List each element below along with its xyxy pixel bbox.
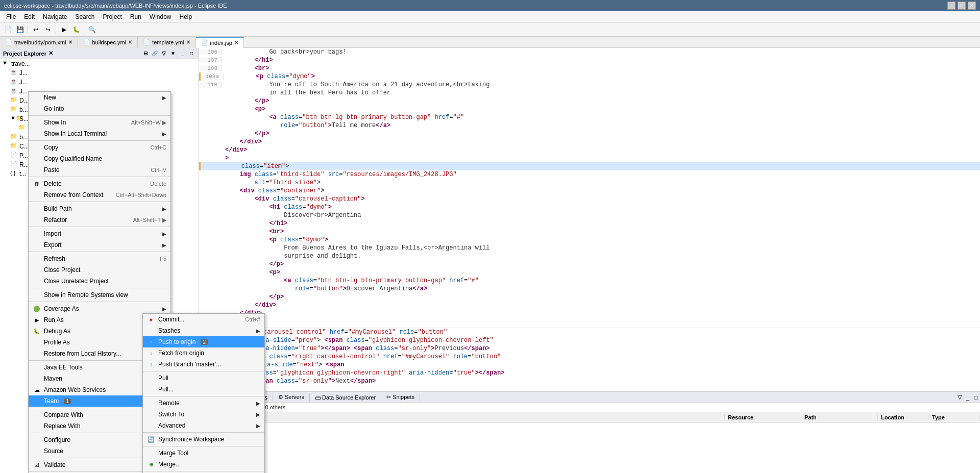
menu-navigate[interactable]: Navigate <box>39 12 71 21</box>
team-pull[interactable]: Pull <box>143 372 264 384</box>
tab-template[interactable]: 📄 template.yml ✕ <box>138 37 195 48</box>
tab-snippets[interactable]: ✂ Snippets <box>381 393 420 402</box>
java-icon-2: ☕ <box>10 78 18 86</box>
team-sync-workspace[interactable]: 🔄 Synchronize Workspace <box>143 434 264 445</box>
editor-tab-bar: 📄 travelbuddy/pom.xml ✕ 📄 buildspec.yml … <box>0 37 980 48</box>
tab-data-source[interactable]: 🗃 Data Source Explorer <box>310 393 381 402</box>
toolbar-undo[interactable]: ↩ <box>30 24 41 35</box>
team-stashes[interactable]: Stashes ▶ <box>143 325 264 336</box>
team-merge-tool[interactable]: Merge Tool <box>143 447 264 459</box>
menu-project[interactable]: Project <box>99 12 126 21</box>
toolbar-search[interactable]: 🔍 <box>86 24 97 35</box>
bottom-panel-filter[interactable]: ▽ <box>955 393 964 402</box>
code-line-gt: > <box>199 154 980 162</box>
ctx-show-local-terminal[interactable]: Show in Local Terminal ▶ <box>29 128 170 139</box>
tree-item-j1[interactable]: ☕ J... <box>0 68 199 78</box>
menu-edit[interactable]: Edit <box>20 12 39 21</box>
team-sync-icon: 🔄 <box>147 435 155 443</box>
ctx-sep-7 <box>29 288 170 288</box>
code-line-surprise: surprise and delight. <box>199 252 980 260</box>
ctx-source-label: Source <box>44 447 63 455</box>
menu-window[interactable]: Window <box>145 12 176 21</box>
ctx-coverage-as[interactable]: 🟢 Coverage As ▶ <box>29 303 170 314</box>
tab-index-jsp[interactable]: 📄 index.jsp ✕ <box>196 37 244 48</box>
link-editor-button[interactable]: 🔗 <box>151 49 159 58</box>
ctx-source-icon <box>33 447 41 455</box>
tree-item-j2[interactable]: ☕ J... <box>0 78 199 87</box>
col-location: Location <box>878 414 929 420</box>
ctx-show-in[interactable]: Show In Alt+Shift+W ▶ <box>29 117 170 128</box>
ctx-new-label: New <box>44 94 56 101</box>
toolbar-redo[interactable]: ↪ <box>42 24 54 35</box>
team-pull-dots[interactable]: Pull... <box>143 384 264 395</box>
code-line-p-open1: <p> <box>199 105 980 113</box>
collapse-all-button[interactable]: ⊟ <box>141 49 150 58</box>
menu-search[interactable]: Search <box>71 12 99 21</box>
menu-help[interactable]: Help <box>176 12 197 21</box>
code-line-carousel-caption: <div class="carousel-caption"> <box>199 195 980 203</box>
maximize-button[interactable]: □ <box>958 2 966 10</box>
tab-buildspec[interactable]: 📄 buildspec.yml ✕ <box>78 37 138 48</box>
ctx-build-path[interactable]: Build Path ▶ <box>29 203 170 214</box>
toolbar-new[interactable]: 📄 <box>2 24 13 35</box>
ctx-delete[interactable]: 🗑 Delete Delete <box>29 178 170 189</box>
team-remote[interactable]: Remote ▶ <box>143 397 264 409</box>
ctx-import[interactable]: Import ▶ <box>29 228 170 239</box>
toolbar-run[interactable]: ▶ <box>58 24 69 35</box>
ctx-new[interactable]: New ▶ <box>29 92 170 103</box>
code-line-p-close2: </p> <box>199 130 980 138</box>
bottom-panel-maximize[interactable]: □ <box>972 393 980 402</box>
minimize-panel-button[interactable]: _ <box>178 49 186 58</box>
ctx-go-into-label: Go Into <box>44 105 64 112</box>
ctx-refresh[interactable]: Refresh F5 <box>29 253 170 264</box>
file-p-icon: 📄 <box>10 152 18 160</box>
ctx-paste[interactable]: Paste Ctrl+V <box>29 164 170 176</box>
tab-pom-xml-close[interactable]: ✕ <box>68 39 72 45</box>
ctx-copy[interactable]: Copy Ctrl+C <box>29 142 170 153</box>
menu-file[interactable]: File <box>2 12 20 21</box>
tree-item-travelbuddy[interactable]: ▼ trave... <box>0 59 199 68</box>
team-merge[interactable]: ⊕ Merge... <box>143 459 264 470</box>
ctx-run-label: Run As <box>44 316 64 323</box>
panel-title-text: Project Explorer <box>3 51 46 57</box>
tab-servers[interactable]: ⚙ Servers <box>273 393 310 402</box>
tab-buildspec-close[interactable]: ✕ <box>128 39 132 45</box>
ctx-copy-qualified[interactable]: Copy Qualified Name <box>29 153 170 164</box>
ctx-remove-context[interactable]: Remove from Context Ctrl+Alt+Shift+Down <box>29 189 170 201</box>
team-commit[interactable]: ● Commit... Ctrl+# <box>143 314 264 325</box>
ctx-amazon-label: Amazon Web Services <box>44 386 106 393</box>
ctx-close-project[interactable]: Close Project <box>29 264 170 276</box>
maximize-panel-button[interactable]: □ <box>187 49 195 58</box>
ctx-refactor[interactable]: Refactor Alt+Shift+T ▶ <box>29 214 170 226</box>
team-advanced[interactable]: Advanced ▶ <box>143 420 264 431</box>
tab-index-jsp-close[interactable]: ✕ <box>234 40 238 45</box>
folder-icon: ▼ <box>2 60 10 68</box>
view-menu-button[interactable]: ▼ <box>169 49 177 58</box>
code-line-a-right: </a> <a class="right carousel-control" h… <box>199 353 980 361</box>
team-remote-arrow: ▶ <box>256 401 260 406</box>
code-line-a1-role: role="button">Tell me more</a> <box>199 121 980 130</box>
ctx-show-remote[interactable]: Show in Remote Systems view <box>29 289 170 301</box>
panel-title-close-icon: ✕ <box>48 50 53 57</box>
bottom-panel-minimize[interactable]: _ <box>964 393 972 402</box>
ctx-export[interactable]: Export ▶ <box>29 239 170 251</box>
toolbar-debug[interactable]: 🐛 <box>70 24 82 35</box>
code-line-div-close4: </div> <box>199 309 980 317</box>
close-button[interactable]: ✕ <box>968 2 976 10</box>
team-push-origin[interactable]: ↑ Push to origin 2 <box>143 336 264 347</box>
filter-button[interactable]: ▽ <box>160 49 168 58</box>
folder-d-icon: 📁 <box>10 96 18 105</box>
minimize-button[interactable]: − <box>947 2 955 10</box>
code-line-continuation1: in all the best Peru has to offer <box>199 89 980 97</box>
team-push-branch[interactable]: ↑ Push Branch 'master'... <box>143 359 264 370</box>
team-switch-to[interactable]: Switch To ▶ <box>143 409 264 420</box>
team-fetch-origin[interactable]: ↓ Fetch from origin <box>143 347 264 359</box>
ctx-go-into[interactable]: Go Into <box>29 103 170 114</box>
tab-pom-xml[interactable]: 📄 travelbuddy/pom.xml ✕ <box>0 37 78 48</box>
menu-run[interactable]: Run <box>126 12 145 21</box>
ctx-close-unrelated[interactable]: Close Unrelated Project <box>29 276 170 287</box>
tab-template-close[interactable]: ✕ <box>186 39 190 45</box>
toolbar-save[interactable]: 💾 <box>14 24 26 35</box>
ctx-javaee-icon <box>33 363 41 371</box>
code-editor[interactable]: 106 Go pack<br>your bags! 107 </h1> 108 … <box>199 48 980 391</box>
